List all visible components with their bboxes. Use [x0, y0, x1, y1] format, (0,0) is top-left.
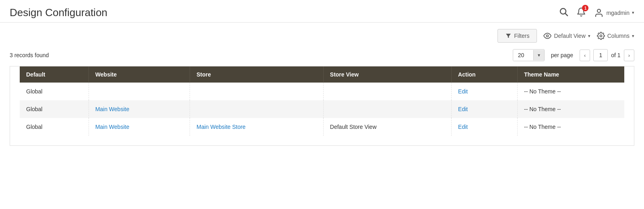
- table-row: GlobalMain WebsiteMain Website StoreDefa…: [20, 118, 624, 136]
- user-name: mgadmin: [606, 10, 630, 16]
- view-chevron-icon: ▾: [588, 33, 590, 39]
- view-label: Default View: [554, 33, 585, 39]
- svg-point-3: [547, 35, 549, 37]
- eye-icon: [543, 32, 551, 40]
- page-of-label: of 1: [611, 52, 620, 58]
- svg-point-4: [600, 35, 602, 37]
- notifications-button[interactable]: 1: [576, 7, 586, 18]
- cell-theme_name: -- No Theme --: [517, 100, 624, 118]
- link-store[interactable]: Main Website Store: [196, 124, 246, 130]
- col-header-store-view: Store View: [323, 66, 451, 83]
- records-count: 3 records found: [10, 52, 49, 58]
- data-table-wrapper: Default Website Store Store View Action …: [10, 66, 634, 146]
- svg-line-1: [566, 13, 568, 16]
- cell-website[interactable]: Main Website: [89, 118, 190, 136]
- per-page-label: per page: [551, 52, 573, 58]
- page-title: Design Configuration: [10, 6, 107, 19]
- svg-point-2: [597, 9, 601, 12]
- cell-store: [190, 100, 324, 118]
- columns-chevron-icon: ▾: [632, 33, 634, 39]
- prev-page-button[interactable]: ‹: [580, 50, 590, 61]
- header-actions: 1 mgadmin ▾: [559, 7, 634, 19]
- cell-default: Global: [20, 118, 89, 136]
- toolbar: Filters Default View ▾ Columns ▾: [0, 23, 644, 46]
- columns-label: Columns: [607, 33, 630, 39]
- cell-website[interactable]: Main Website: [89, 100, 190, 118]
- filter-label: Filters: [514, 33, 529, 39]
- filters-button[interactable]: Filters: [497, 29, 537, 43]
- user-menu[interactable]: mgadmin ▾: [594, 8, 634, 18]
- records-bar: 3 records found 20 ▾ per page ‹ 1 of 1 ›: [0, 46, 644, 66]
- cell-store_view: Default Store View: [323, 118, 451, 136]
- per-page-value: 20: [513, 50, 533, 61]
- gear-icon: [597, 32, 605, 40]
- link-action[interactable]: Edit: [458, 124, 468, 130]
- design-config-table: Default Website Store Store View Action …: [20, 66, 624, 136]
- col-header-website: Website: [89, 66, 190, 83]
- cell-action[interactable]: Edit: [452, 100, 518, 118]
- table-body: GlobalEdit-- No Theme --GlobalMain Websi…: [20, 83, 624, 136]
- notification-badge: 1: [582, 5, 588, 11]
- columns-select[interactable]: Columns ▾: [597, 32, 634, 40]
- next-page-button[interactable]: ›: [624, 50, 634, 61]
- cell-store: [190, 83, 324, 100]
- chevron-down-icon: ▾: [632, 10, 634, 15]
- cell-default: Global: [20, 83, 89, 100]
- cell-website: [89, 83, 190, 100]
- search-icon[interactable]: [559, 7, 568, 19]
- link-action[interactable]: Edit: [458, 106, 468, 112]
- cell-store_view: [323, 83, 451, 100]
- page-header: Design Configuration 1 mgadmin ▾: [0, 0, 644, 23]
- cell-theme_name: -- No Theme --: [517, 118, 624, 136]
- cell-theme_name: -- No Theme --: [517, 83, 624, 100]
- cell-action[interactable]: Edit: [452, 118, 518, 136]
- table-row: GlobalEdit-- No Theme --: [20, 83, 624, 100]
- cell-store_view: [323, 100, 451, 118]
- table-row: GlobalMain WebsiteEdit-- No Theme --: [20, 100, 624, 118]
- link-website[interactable]: Main Website: [95, 106, 130, 112]
- filter-icon: [505, 33, 512, 39]
- pagination-controls: 20 ▾ per page ‹ 1 of 1 ›: [513, 49, 634, 61]
- link-website[interactable]: Main Website: [95, 124, 130, 130]
- cell-store[interactable]: Main Website Store: [190, 118, 324, 136]
- table-header: Default Website Store Store View Action …: [20, 66, 624, 83]
- col-header-theme-name: Theme Name: [517, 66, 624, 83]
- per-page-select[interactable]: 20 ▾: [513, 49, 545, 61]
- col-header-default: Default: [20, 66, 89, 83]
- user-icon: [594, 8, 604, 18]
- col-header-store: Store: [190, 66, 324, 83]
- col-header-action: Action: [452, 66, 518, 83]
- per-page-dropdown-icon[interactable]: ▾: [533, 50, 544, 60]
- link-action[interactable]: Edit: [458, 88, 468, 95]
- page-current[interactable]: 1: [593, 49, 608, 61]
- cell-action[interactable]: Edit: [452, 83, 518, 100]
- cell-default: Global: [20, 100, 89, 118]
- view-select[interactable]: Default View ▾: [543, 32, 590, 40]
